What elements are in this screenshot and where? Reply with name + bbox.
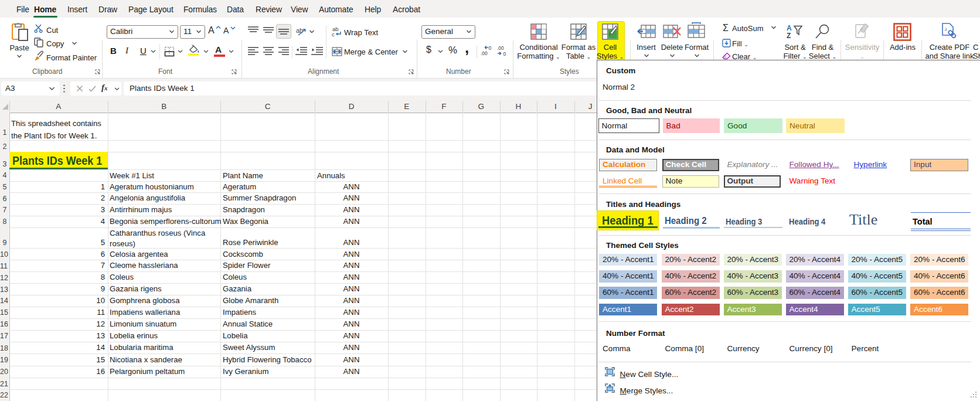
svg-text:Z: Z [787, 32, 791, 40]
svg-text:.00: .00 [497, 45, 504, 51]
svg-text:c: c [332, 31, 335, 38]
svg-text:λ: λ [944, 26, 947, 32]
svg-text:.00: .00 [481, 50, 488, 56]
svg-text:0: 0 [489, 45, 492, 51]
svg-text:0: 0 [503, 51, 506, 57]
svg-text:ab: ab [296, 27, 303, 34]
svg-text:A: A [787, 24, 792, 32]
